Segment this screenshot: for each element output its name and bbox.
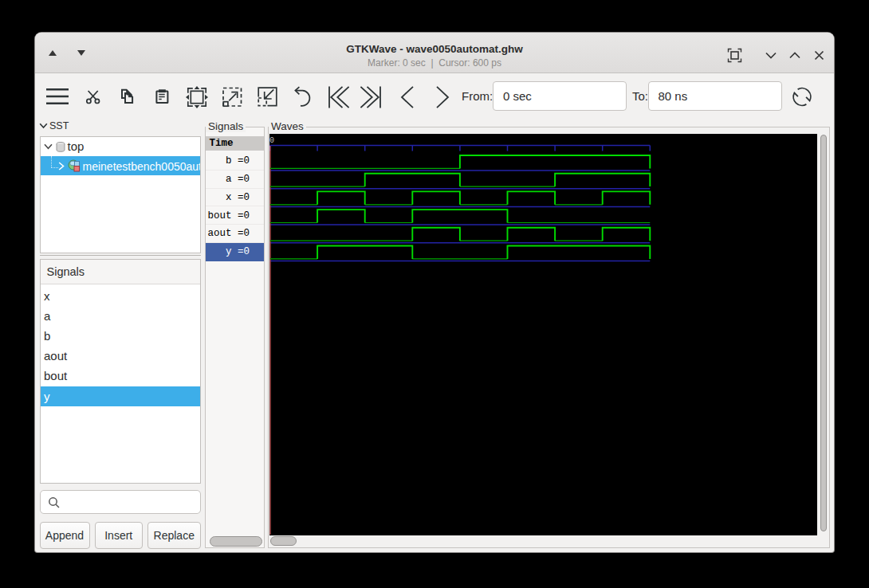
svg-text:0: 0 bbox=[269, 136, 274, 145]
